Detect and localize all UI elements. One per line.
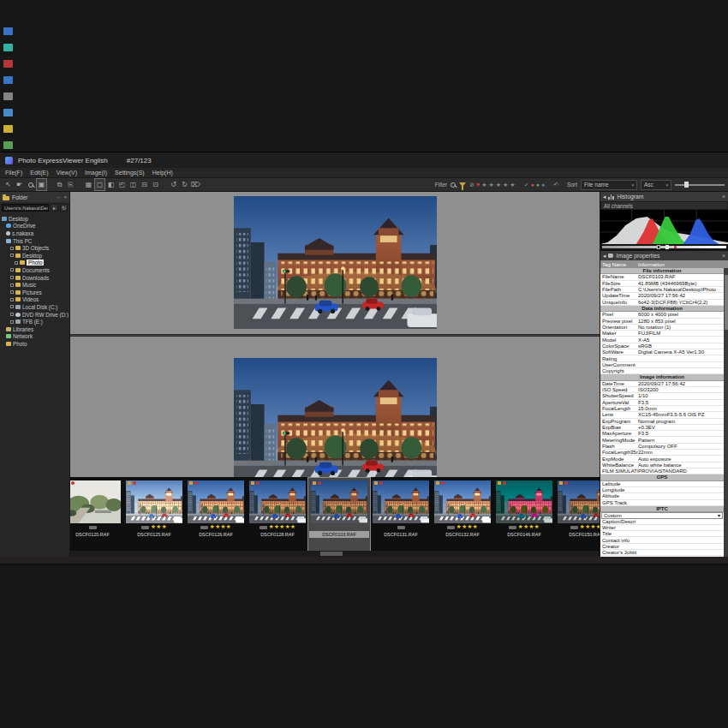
rotate-left-icon[interactable]: ↺ (169, 179, 178, 190)
vertical-split-view-icon[interactable]: ◫ (128, 179, 138, 190)
sort-field-dropdown[interactable]: File name ▾ (581, 180, 637, 190)
search-icon[interactable] (451, 182, 456, 188)
desktop-icon-1[interactable] (3, 27, 13, 35)
thumbnail-rating[interactable] (370, 523, 432, 531)
refresh-button[interactable]: ↻ (60, 204, 68, 212)
thumbnail-rating[interactable]: ★★★★★ (247, 523, 308, 531)
thumbnail-image[interactable] (126, 480, 182, 523)
checkbox[interactable] (10, 305, 14, 308)
preview-thumb-view-icon[interactable]: ◰ (117, 179, 127, 190)
tree-item-this-pc[interactable]: This PC (0, 237, 69, 245)
tree-item-downloads[interactable]: Downloads (0, 274, 69, 282)
tree-item-dvd-rw-drive-d[interactable]: DVD RW Drive (D:) (0, 311, 69, 319)
iptc-preset-dropdown[interactable]: Custom▾ (601, 512, 723, 518)
thumbnail-image[interactable] (373, 480, 429, 523)
tree-item-desktop[interactable]: Desktop (0, 252, 69, 260)
preview-icon[interactable]: ▣ (37, 179, 46, 190)
desktop-icon-6[interactable] (3, 109, 13, 116)
delete-icon[interactable]: ⌦ (191, 179, 200, 190)
checkbox[interactable] (10, 298, 14, 301)
thumbnail-rating[interactable]: ★★★★ (185, 523, 247, 531)
menu-item-view-v[interactable]: View(V) (57, 170, 77, 176)
thumbnail-image[interactable] (311, 480, 367, 523)
collapse-icon[interactable]: ◂ (603, 253, 606, 260)
thumbnail-image[interactable] (249, 480, 306, 523)
scrollbar-thumb[interactable] (320, 552, 343, 556)
close-icon[interactable]: × (63, 194, 67, 200)
histogram-level-slider[interactable] (600, 244, 728, 251)
sort-order-dropdown[interactable]: Asc ▾ (641, 180, 671, 190)
tree-item-network[interactable]: Network (0, 333, 69, 341)
thumbnail-rating[interactable]: ★★★★ (493, 523, 555, 531)
tree-item-videos[interactable]: Videos (0, 296, 69, 304)
tree-item-photo[interactable]: Photo (0, 260, 69, 267)
thumbnail-dscf0132-raf[interactable]: ★★★★DSCF0132.RAF (432, 478, 493, 551)
pointer-icon[interactable]: ↖ (3, 179, 13, 190)
checkbox[interactable] (15, 261, 18, 265)
thumbnail-dscf0131-raf[interactable]: DSCF0131.RAF (370, 478, 432, 551)
label-green-icon[interactable]: ● (536, 182, 540, 188)
split-left-view-icon[interactable]: ◧ (106, 179, 116, 190)
desktop-icon-4[interactable] (3, 76, 13, 84)
thumbnail-rating[interactable]: ★★★★ (432, 523, 493, 531)
thumbnail-rating[interactable] (70, 523, 123, 531)
tree-item-photo[interactable]: Photo (0, 340, 69, 348)
rating-4-icon[interactable]: ★ (503, 182, 508, 188)
filmstrip-scrollbar[interactable] (70, 551, 600, 557)
checkbox[interactable] (10, 290, 14, 294)
slider-thumb[interactable] (684, 182, 689, 188)
loupe-icon[interactable] (26, 179, 35, 190)
rotate-right-icon[interactable]: ↻ (180, 179, 189, 190)
thumbnail-dscf0150-raf[interactable]: ★★★★DSCF0150.RAF (555, 478, 600, 551)
collapse-icon[interactable]: ◂ (603, 194, 606, 200)
thumbnail-rating[interactable]: ★★★ (123, 523, 185, 531)
close-icon[interactable]: × (722, 194, 725, 200)
midtone-marker[interactable] (665, 245, 669, 249)
tree-item-pictures[interactable]: Pictures (0, 289, 69, 296)
menu-item-image-i[interactable]: Image(I) (85, 170, 107, 176)
tree-item-libraries[interactable]: Libraries (0, 325, 69, 333)
tree-item-music[interactable]: Music (0, 281, 69, 289)
main-photo-bottom[interactable] (234, 358, 437, 477)
folder-tab[interactable]: Folder ↔ × (0, 192, 69, 202)
thumbnail-image[interactable] (434, 480, 491, 523)
desktop-icon-8[interactable] (3, 141, 13, 149)
clear-rating-icon[interactable]: ⊘ (469, 182, 474, 188)
thumbnail-dscf0128-raf[interactable]: ★★★★★DSCF0128.RAF (247, 478, 308, 551)
thumbnail-image[interactable] (496, 480, 552, 523)
checkbox[interactable] (10, 276, 14, 279)
browse-folder-button[interactable]: ▸ (51, 204, 58, 212)
properties-header[interactable]: ◂ Image properties × (600, 251, 728, 260)
thumbnail-image[interactable] (70, 480, 121, 523)
menu-item-file-f[interactable]: File(F) (5, 170, 22, 176)
single-view-icon[interactable]: ▢ (95, 179, 104, 190)
checkbox[interactable] (10, 283, 14, 287)
desktop-icon-3[interactable] (3, 60, 13, 68)
menu-item-edit-e[interactable]: Edit(E) (30, 170, 48, 176)
tree-item-tfb-e[interactable]: TFB (E:) (0, 318, 69, 325)
check-mark-icon[interactable]: ✓ (524, 182, 529, 188)
menu-item-help-h[interactable]: Help(H) (152, 170, 173, 176)
thumbnail-size-slider[interactable] (675, 180, 725, 189)
channel-dropdown[interactable]: All channels (600, 201, 728, 210)
main-photo-top[interactable] (234, 196, 437, 329)
label-red-icon[interactable]: ● (531, 182, 534, 188)
thumbnail-rating[interactable]: ★★★★ (555, 523, 600, 531)
title-bar[interactable]: Photo ExpressViewer English #27/123 (0, 152, 728, 168)
properties-scrollbar[interactable] (724, 268, 728, 557)
thumbnail-dscf0103-raf[interactable]: DSCF0103.RAF (308, 478, 370, 551)
checkbox[interactable] (10, 313, 14, 316)
compare-pane-top[interactable] (70, 192, 600, 334)
thumbnail-view-icon[interactable]: ▦ (84, 179, 93, 190)
histogram-header[interactable]: ◂ Histogram × (600, 192, 728, 201)
tree-item-desktop[interactable]: Desktop (0, 215, 69, 223)
rating-3-icon[interactable]: ★ (496, 182, 501, 188)
thumbnail-image[interactable] (188, 480, 244, 523)
heart-flag-icon[interactable]: ♥ (476, 182, 480, 188)
copy-file-icon[interactable]: ⧉ (55, 179, 64, 190)
thumbnail-rating[interactable] (308, 523, 370, 531)
compare-pane-bottom[interactable] (70, 337, 600, 477)
tree-item-s-nakaxa[interactable]: s.nakaxa (0, 230, 69, 237)
checkbox[interactable] (10, 247, 14, 250)
hand-pan-icon[interactable]: ☛ (15, 179, 24, 190)
